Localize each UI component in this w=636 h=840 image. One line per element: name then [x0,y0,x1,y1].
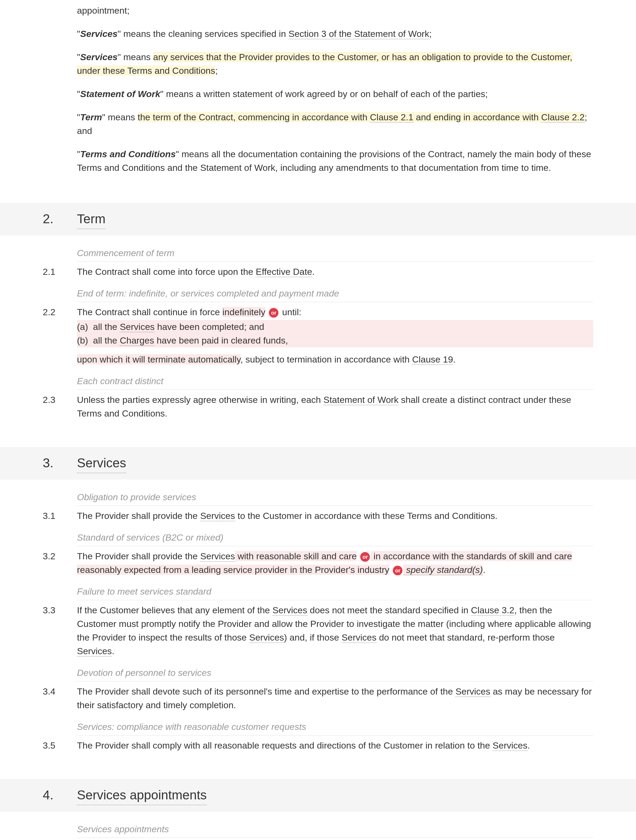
option-text[interactable]: upon which it will terminate automatical… [77,354,241,365]
clause-note: End of term: indefinite, or services com… [77,287,593,302]
clause-number: 3.3 [43,603,77,658]
sub-a: (a)all the Services have been completed;… [77,320,593,334]
text: " means [118,52,153,62]
text: do not meet that standard, re-perform th… [376,632,555,643]
or-selector[interactable]: or [393,566,403,575]
section-number: 4. [43,785,77,805]
marker: (a) [77,320,93,334]
cross-ref[interactable]: Charges [120,335,154,346]
clause-3-3: 3.3 If the Customer believes that any el… [43,603,593,658]
cross-ref[interactable]: Services [249,632,284,643]
clause-number: 3.1 [43,509,77,523]
sub-b: (b)all the Charges have been paid in cle… [77,334,593,347]
text: have been paid in cleared funds, [154,335,288,346]
clause-number: 2.2 [43,305,77,366]
defined-term: Term [80,112,102,122]
section-title[interactable]: Services [77,453,126,473]
clause-number: 3.5 [43,739,77,752]
clause-3-4: 3.4 The Provider shall devote such of it… [43,685,593,712]
text: all the [93,335,120,346]
text: the term of the Contract, commencing in … [138,112,370,122]
text: ) and, if those [284,632,342,643]
cross-ref[interactable]: Clause 3.2 [471,605,515,616]
or-selector[interactable]: or [269,308,279,317]
cross-ref[interactable]: Services [342,632,376,643]
cross-ref[interactable]: Services [120,322,154,332]
option-text[interactable]: with reasonable skill and care [235,551,357,561]
section-4-body: Services appointments 4.1 The Provider s… [0,823,636,840]
editable-text[interactable]: the term of the Contract, commencing in … [138,112,585,122]
text: . [527,740,530,750]
or-selector[interactable]: or [360,552,370,562]
section-title[interactable]: Services appointments [77,785,207,805]
clause-body: The Provider shall provide the Services … [77,509,593,523]
fill-in-field[interactable]: specify standard(s) [403,565,483,575]
cross-ref[interactable]: Clause 19 [412,354,453,365]
trailing: upon which it will terminate automatical… [77,353,593,366]
text: and ending in accordance with [413,112,541,122]
defined-term: Services [80,28,118,39]
section-title[interactable]: Term [77,209,105,229]
cross-ref[interactable]: Services [200,511,235,521]
clause-note: Standard of services (B2C or mixed) [77,531,593,546]
text: ; [429,28,431,39]
cross-ref[interactable]: Services [493,740,527,751]
clause-body: The Provider shall provide the Services … [77,549,593,577]
clause-3-5: 3.5 The Provider shall comply with all r… [43,739,593,752]
cross-ref[interactable]: Clause 2.1 [370,112,413,123]
document-page: appointment; "Services" means the cleani… [0,4,636,840]
clause-number: 3.4 [43,685,77,712]
definition-services-2: "Services" means any services that the P… [77,50,593,77]
clause-number: 2.1 [43,265,77,279]
cross-ref[interactable]: Clause 2.2 [541,112,585,123]
clause-note: Services: compliance with reasonable cus… [77,720,593,736]
text: The Contract shall continue in force [77,307,222,317]
clause-3-2: 3.2 The Provider shall provide the Servi… [43,549,593,577]
cross-ref[interactable]: Services [77,646,112,657]
text: Unless the parties expressly agree other… [77,395,323,405]
text: The Provider shall comply with all reaso… [77,740,493,750]
clause-note: Services appointments [77,823,593,838]
clause-2-3: 2.3 Unless the parties expressly agree o… [43,393,593,420]
cross-ref[interactable]: Services [272,605,307,616]
clause-2-1: 2.1 The Contract shall come into force u… [43,265,593,279]
clause-body: Unless the parties expressly agree other… [77,393,593,420]
cross-ref[interactable]: Effective Date [256,267,312,277]
marker: (b) [77,334,93,347]
text: The Contract shall come into force upon … [77,267,256,277]
text: The Provider shall provide the [77,511,200,521]
section-header-4: 4. Services appointments [0,779,636,812]
text: , subject to termination in accordance w… [241,354,412,365]
option-text[interactable]: indefinitely [222,307,265,317]
clause-note: Each contract distinct [77,374,593,390]
text: have been completed; and [155,322,264,332]
text: If the Customer believes that any elemen… [77,605,272,615]
section-2-body: Commencement of term 2.1 The Contract sh… [0,246,636,439]
cross-ref[interactable]: Services [455,686,490,697]
cross-ref[interactable]: Section 3 of the Statement of Work [289,28,430,39]
definition-sow: "Statement of Work" means a written stat… [77,87,593,101]
clause-note: Obligation to provide services [77,490,593,506]
definition-term: "Term" means the term of the Contract, c… [77,111,593,138]
text: to the Customer in accordance with these… [235,511,497,521]
cross-ref[interactable]: Services [200,551,235,562]
clause-body: The Contract shall continue in force ind… [77,305,593,366]
section-number: 3. [43,453,77,473]
text: " means the cleaning services specified … [118,28,289,39]
clause-2-2: 2.2 The Contract shall continue in force… [43,305,593,366]
text: . [453,354,455,365]
text: ; [215,65,217,76]
defined-term: Terms and Conditions [80,149,176,159]
content-area: appointment; "Services" means the cleani… [0,4,636,195]
section-header-3: 3. Services [0,447,636,480]
text: The Provider shall devote such of its pe… [77,686,455,696]
defined-term: Statement of Work [80,89,161,99]
text: " means a written statement of work agre… [161,89,488,99]
section-header-2: 2. Term [0,203,636,235]
clause-number: 2.3 [43,393,77,420]
defined-term: Services [80,52,118,62]
sublist: (a)all the Services have been completed;… [77,320,593,347]
cross-ref[interactable]: Statement of Work [323,395,398,405]
text: all the [93,322,120,332]
section-3-body: Obligation to provide services 3.1 The P… [0,490,636,771]
